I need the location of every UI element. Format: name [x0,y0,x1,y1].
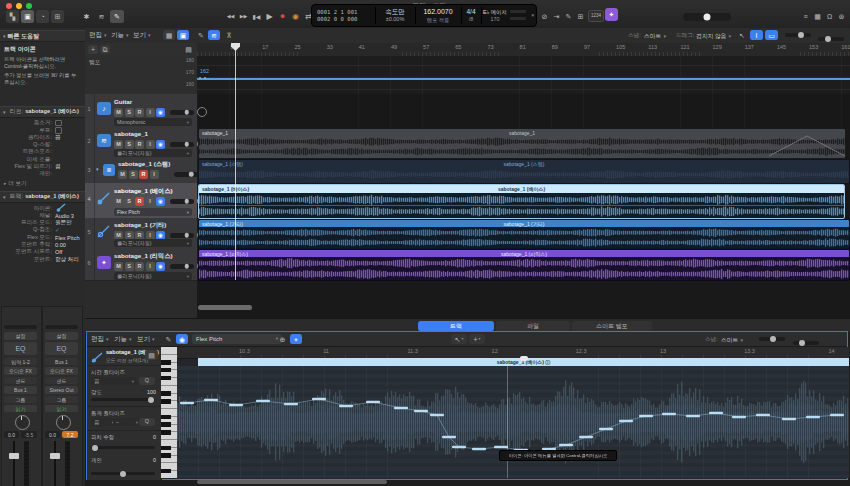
quick-help-header[interactable]: ▾ 빠른 도움말 [0,30,85,42]
fader-track[interactable] [54,441,56,486]
track-header-5[interactable]: 5 sabotage_1 (기타) M S R I ◉ 폴리포닉(자동)▾ [85,218,198,249]
flex-pitch-note[interactable] [430,414,444,417]
inspector-row-value[interactable]: 0.00 [55,242,66,248]
flex-pitch-note[interactable] [709,412,723,415]
track-header-3[interactable]: 3 ▾ ≣ sabotage_1 (스템) M S R I [85,158,198,184]
audio-waveform[interactable] [199,167,849,182]
time-quantize-dropdown[interactable]: 끔▾ [91,377,137,385]
gain-slider[interactable] [91,472,155,475]
pan-knob[interactable] [15,415,30,430]
input-monitor-button[interactable]: I [146,108,155,117]
region-info-icon[interactable]: ⓘ [545,359,550,365]
lcd-tempo[interactable]: 162.0070 템포 적용 [416,5,460,26]
flex-pitch-note[interactable] [204,399,218,402]
strip-sends-slot[interactable]: 센드 [4,377,37,384]
flex-pitch-note[interactable] [662,413,676,416]
edit-menu[interactable]: 편집▾ [89,31,107,40]
flex-pitch-note[interactable] [599,428,613,431]
piano-black-key[interactable] [161,453,171,457]
mute-button[interactable]: M [114,197,123,206]
stop-button[interactable]: ▮◀ [250,10,263,24]
record-enable-button[interactable]: R [135,197,144,206]
flex-mode-dropdown[interactable]: 폴리포닉(자동)▾ [114,149,192,157]
flex-pitch-note[interactable] [366,401,380,404]
strip-audiofx-slot[interactable]: 오디오 FX [4,367,37,375]
flex-button[interactable]: ≋ [208,30,220,40]
h-zoom-slider[interactable] [785,33,811,37]
fader-track[interactable] [13,441,15,486]
list-editors-icon[interactable]: ≡ [800,10,811,22]
record-enable-button[interactable]: R [135,140,144,149]
editor-h-zoom-slider[interactable] [759,337,785,341]
track-icon-guitar2[interactable] [96,224,112,239]
track-header-4-selected[interactable]: 4 sabotage_1 (베이스) M S R I ◉ Flex Pitch▾ [85,183,198,219]
inspector-row-value[interactable]: Off [55,249,62,255]
piano-black-key[interactable] [161,422,171,426]
add-track-button[interactable]: + [88,45,98,54]
track-volume-slider[interactable] [170,110,194,115]
strip-output-slot[interactable]: Stereo Out [45,386,78,394]
quantize-apply-button[interactable]: Q [139,377,155,385]
track-volume-slider[interactable] [174,172,198,177]
pitch-curve-line[interactable] [187,399,837,454]
track-name[interactable]: sabotage_1 (베이스) [114,187,172,196]
monitor-icon[interactable]: ◉ [156,262,165,271]
checkbox[interactable] [55,127,62,134]
track-volume-slider[interactable] [170,264,194,269]
flex-pitch-note[interactable] [414,410,428,413]
editor-v-zoom-slider[interactable] [793,341,819,345]
flex-pitch-note[interactable] [180,402,194,405]
tuner-tool-icon[interactable]: ✎ [563,10,574,22]
record-button[interactable]: ● [276,10,289,24]
mute-button[interactable]: M [118,170,127,179]
flex-mode-dropdown[interactable]: 폴리포닉(자동)▾ [114,272,192,280]
timeline-h-scrollbar[interactable] [198,305,252,310]
track-header-1[interactable]: 1 ♪ Guitar M S R I ◉ Monophonic▾ [85,94,198,128]
track-name[interactable]: sabotage_1 (리믹스) [114,252,172,261]
tempo-track-lane[interactable]: 162 [197,56,850,95]
tuner-icon[interactable]: ✱ [80,10,93,23]
flex-pitch-note[interactable] [639,415,653,418]
strength-slider[interactable] [91,398,155,401]
piano-black-key[interactable] [161,430,171,434]
tab-file[interactable]: 파일 [496,321,570,331]
solo-button[interactable]: S [125,108,134,117]
flex-mode-dropdown[interactable]: Monophonic▾ [114,118,192,126]
strip-eq-thumbnail[interactable]: EQ [4,342,37,355]
capture-button[interactable]: ◉ [289,10,302,24]
region-sabotage-remix[interactable]: sabotage_1 (리믹스) sabotage_1 (리믹스) [198,249,850,281]
strip-automation-slot[interactable]: 읽기 [4,405,37,412]
flex-pitch-note[interactable] [284,403,298,406]
view-menu[interactable]: 보기▾ [133,31,151,40]
catch-playhead-button[interactable]: ⊼ [223,30,235,40]
pitch-correction-slider[interactable] [91,446,155,449]
scale-quantize-scale-dropdown[interactable]: –▾ [113,418,141,426]
solo-mode-icon[interactable]: ⊘ [539,10,550,22]
flex-pitch-note[interactable] [806,416,820,419]
solo-button[interactable]: S [125,197,134,206]
inspector-row[interactable]: 게인: [2,171,83,178]
mute-button[interactable]: M [114,140,123,149]
volume-readout[interactable]: 0.0 [4,431,19,438]
piano-black-key[interactable] [161,360,171,364]
audio-waveform[interactable] [199,136,845,157]
drag-dropdown[interactable]: 겹치지 않음▾ [696,32,731,41]
flex-pitch-note[interactable] [442,436,456,439]
lcd-timesig[interactable]: 4/4 /8 [462,5,480,26]
piano-black-key[interactable] [161,446,171,450]
piano-black-key[interactable] [161,415,171,419]
editor-alt-tool[interactable]: +▾ [469,334,485,344]
lcd-tempo-mode[interactable]: 속도만 ±0.00% [376,5,414,26]
playhead-line[interactable] [235,50,236,280]
mute-button[interactable]: M [114,262,123,271]
flex-pitch-note[interactable] [619,420,633,423]
region-sabotage-stem[interactable]: sabotage_1 (스템) sabotage_1 (스템) [198,159,850,184]
audio-waveform[interactable] [199,257,849,280]
inspector-row-value[interactable]: 원본만 [55,219,72,227]
flex-pitch-note[interactable] [732,416,746,419]
flex-pitch-canvas-area[interactable]: 아이콘: 아이콘 메뉴를 열려면 Control-클릭하십시오 [177,366,849,478]
editor-view-menu[interactable]: 보기▾ [137,335,155,344]
track-pan-knob[interactable] [197,107,207,117]
editor-catch-button[interactable]: ◉ [176,334,188,344]
grid-button[interactable]: ▦ [163,30,175,40]
